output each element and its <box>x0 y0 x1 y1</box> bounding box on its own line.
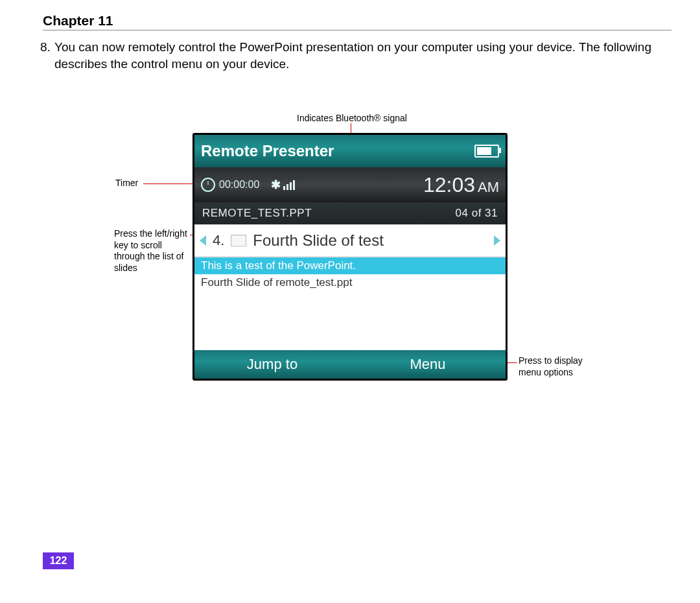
page-number: 122 <box>43 552 74 569</box>
signal-bars-icon <box>283 180 295 190</box>
chapter-title: Chapter 11 <box>43 13 671 30</box>
timer-value: 00:00:00 <box>219 179 259 191</box>
bluetooth-signal: ✱ <box>271 178 295 192</box>
status-bar: 00:00:00 ✱ 12:03 AM <box>194 167 506 202</box>
note-line-highlight: This is a test of the PowerPoint. <box>194 257 506 274</box>
battery-icon <box>474 145 499 158</box>
softkey-bar: Jump to Menu <box>194 350 506 379</box>
chevron-left-icon[interactable] <box>200 235 206 246</box>
current-slide-title: Fourth Slide of test <box>253 231 383 250</box>
callout-bluetooth: Indicates Bluetooth® signal <box>297 113 407 124</box>
paragraph-text: You can now remotely control the PowerPo… <box>54 40 651 71</box>
clock-display: 12:03 AM <box>423 173 499 197</box>
note-line: Fourth Slide of remote_test.ppt <box>194 274 506 291</box>
softkey-jump-to[interactable]: Jump to <box>194 356 350 373</box>
filename: REMOTE_TEST.PPT <box>202 207 312 220</box>
chapter-header: Chapter 11 <box>43 13 671 30</box>
clock-time: 12:03 <box>423 173 475 197</box>
chevron-right-icon[interactable] <box>494 235 500 246</box>
callout-menu: Press to display menu options <box>519 355 596 378</box>
list-number: 8. <box>40 39 51 56</box>
device-screenshot: Remote Presenter 00:00:00 ✱ 12:03 AM REM… <box>193 134 507 380</box>
slide-nav[interactable]: 4. Fourth Slide of test <box>194 224 506 257</box>
slide-notes: This is a test of the PowerPoint. Fourth… <box>194 257 506 291</box>
app-title: Remote Presenter <box>201 142 334 160</box>
body-paragraph: 8. You can now remotely control the Powe… <box>54 39 671 72</box>
slide-position: 04 of 31 <box>456 207 498 220</box>
file-bar: REMOTE_TEST.PPT 04 of 31 <box>194 202 506 224</box>
slide-thumbnail-icon <box>231 235 246 246</box>
clock-ampm: AM <box>478 179 499 196</box>
timer-display: 00:00:00 <box>201 178 259 192</box>
callout-scroll: Press the left/right key to scroll throu… <box>114 228 188 274</box>
callout-timer: Timer <box>115 178 138 189</box>
device-title-bar: Remote Presenter <box>194 135 506 167</box>
softkey-menu[interactable]: Menu <box>350 356 506 373</box>
bluetooth-icon: ✱ <box>271 178 281 192</box>
stopwatch-icon <box>201 178 215 192</box>
current-slide-number: 4. <box>213 232 224 249</box>
